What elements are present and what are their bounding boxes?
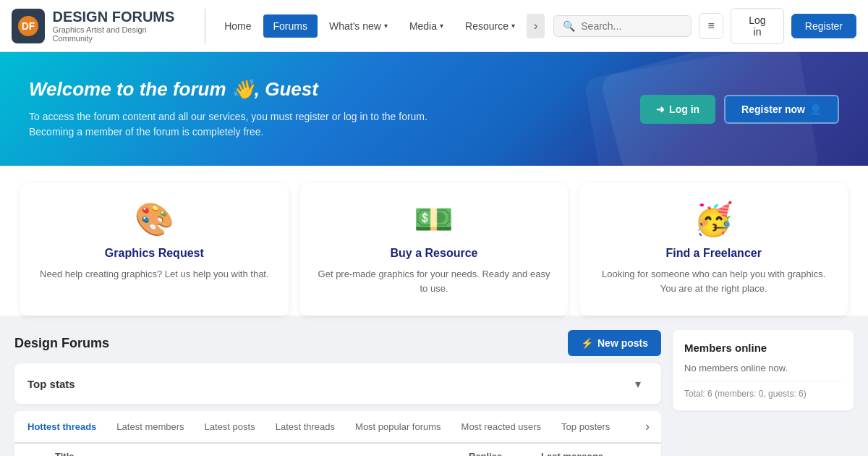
header-divider bbox=[205, 9, 205, 43]
hero-text: Welcome to the forum 👋, Guest To access … bbox=[29, 78, 640, 140]
feature-desc-graphics: Need help creating graphics? Let us help… bbox=[35, 267, 274, 282]
hero-description: To access the forum content and all our … bbox=[29, 109, 463, 140]
stats-toggle-button[interactable]: ▾ bbox=[628, 373, 648, 394]
main-content: Design Forums ⚡ New posts Top stats ▾ Ho… bbox=[0, 316, 868, 456]
feature-desc-freelancer: Looking for someone who can help you wit… bbox=[594, 267, 833, 295]
freelancer-icon: 🥳 bbox=[594, 200, 833, 238]
threads-table: Title Replies Last message bbox=[14, 444, 661, 456]
resources-chevron-icon: ▾ bbox=[511, 22, 515, 30]
col-title: Title bbox=[55, 451, 469, 456]
media-chevron-icon: ▾ bbox=[440, 22, 443, 30]
feature-card-graphics: 🎨 Graphics Request Need help creating gr… bbox=[20, 183, 289, 316]
list-filter-icon[interactable]: ≡ bbox=[699, 13, 723, 39]
person-icon: 👤 bbox=[809, 104, 822, 115]
logo-icon: DF bbox=[12, 9, 45, 43]
hero-actions: ➜ Log in Register now 👤 bbox=[640, 95, 839, 124]
feature-desc-resource: Get pre-made graphics for your needs. Re… bbox=[315, 267, 554, 295]
logo-text-area: DESIGN FORUMS Graphics Artist and Design… bbox=[52, 9, 184, 43]
stats-bar: Top stats ▾ bbox=[14, 363, 661, 404]
tab-latest-members[interactable]: Latest members bbox=[106, 411, 194, 444]
feature-card-resource: 💵 Buy a Resource Get pre-made graphics f… bbox=[300, 183, 569, 316]
whats-new-chevron-icon: ▾ bbox=[384, 22, 388, 30]
resource-icon: 💵 bbox=[315, 200, 554, 238]
new-posts-button[interactable]: ⚡ New posts bbox=[568, 330, 661, 356]
table-header: Title Replies Last message bbox=[14, 444, 661, 456]
arrow-right-icon: ➜ bbox=[656, 104, 665, 115]
feature-title-graphics: Graphics Request bbox=[35, 247, 274, 260]
main-nav: Home Forums What's new ▾ Media ▾ Resourc… bbox=[214, 14, 545, 38]
hero-login-button[interactable]: ➜ Log in bbox=[640, 95, 715, 124]
stats-label: Top stats bbox=[27, 378, 75, 390]
hero-title: Welcome to the forum 👋, Guest bbox=[29, 78, 640, 101]
register-button[interactable]: Register bbox=[791, 14, 856, 38]
tab-top-posters[interactable]: Top posters bbox=[551, 411, 620, 444]
section-header: Design Forums ⚡ New posts bbox=[14, 330, 661, 356]
login-button[interactable]: Log in bbox=[731, 8, 784, 44]
lightning-icon: ⚡ bbox=[581, 337, 593, 349]
nav-whats-new[interactable]: What's new ▾ bbox=[319, 14, 398, 38]
members-online-panel: Members online No members online now. To… bbox=[673, 330, 854, 410]
site-title: DESIGN FORUMS bbox=[52, 9, 184, 25]
nav-home[interactable]: Home bbox=[214, 14, 261, 38]
members-divider bbox=[684, 381, 842, 381]
features-section: 🎨 Graphics Request Need help creating gr… bbox=[0, 166, 868, 316]
feature-title-freelancer: Find a Freelancer bbox=[594, 247, 833, 260]
feature-title-resource: Buy a Resource bbox=[315, 247, 554, 260]
col-replies: Replies bbox=[469, 451, 541, 456]
content-left: Design Forums ⚡ New posts Top stats ▾ Ho… bbox=[14, 330, 661, 456]
tabs-bar: Hottest threads Latest members Latest po… bbox=[14, 411, 661, 444]
col-avatar bbox=[26, 451, 55, 456]
logo-area: DF DESIGN FORUMS Graphics Artist and Des… bbox=[12, 9, 184, 43]
site-subtitle: Graphics Artist and Design Community bbox=[52, 25, 184, 43]
members-none-text: No members online now. bbox=[684, 363, 842, 373]
nav-media[interactable]: Media ▾ bbox=[399, 14, 454, 38]
tabs-next-button[interactable]: › bbox=[637, 412, 658, 442]
col-last-message: Last message bbox=[541, 451, 650, 456]
tab-latest-posts[interactable]: Latest posts bbox=[195, 411, 265, 444]
nav-resources[interactable]: Resource ▾ bbox=[455, 14, 525, 38]
nav-forums[interactable]: Forums bbox=[263, 14, 318, 38]
content-right: Members online No members online now. To… bbox=[673, 330, 854, 456]
header-actions: 🔍 ≡ Log in Register bbox=[553, 8, 856, 44]
feature-card-freelancer: 🥳 Find a Freelancer Looking for someone … bbox=[579, 183, 848, 316]
graphics-icon: 🎨 bbox=[35, 200, 274, 238]
hero-register-button[interactable]: Register now 👤 bbox=[724, 95, 839, 124]
search-icon: 🔍 bbox=[563, 20, 575, 32]
nav-more-button[interactable]: › bbox=[527, 14, 545, 38]
search-input[interactable] bbox=[581, 20, 682, 32]
tab-hottest-threads[interactable]: Hottest threads bbox=[17, 411, 106, 444]
members-total: Total: 6 (members: 0, guests: 6) bbox=[684, 389, 842, 399]
members-online-title: Members online bbox=[684, 342, 842, 354]
section-title: Design Forums bbox=[14, 336, 109, 351]
tab-latest-threads[interactable]: Latest threads bbox=[265, 411, 345, 444]
search-box[interactable]: 🔍 bbox=[553, 15, 692, 37]
svg-text:DF: DF bbox=[22, 20, 35, 32]
tab-popular-forums[interactable]: Most popular forums bbox=[345, 411, 451, 444]
header: DF DESIGN FORUMS Graphics Artist and Des… bbox=[0, 0, 868, 52]
tab-reacted-users[interactable]: Most reacted users bbox=[451, 411, 552, 444]
hero-banner: Welcome to the forum 👋, Guest To access … bbox=[0, 52, 868, 166]
